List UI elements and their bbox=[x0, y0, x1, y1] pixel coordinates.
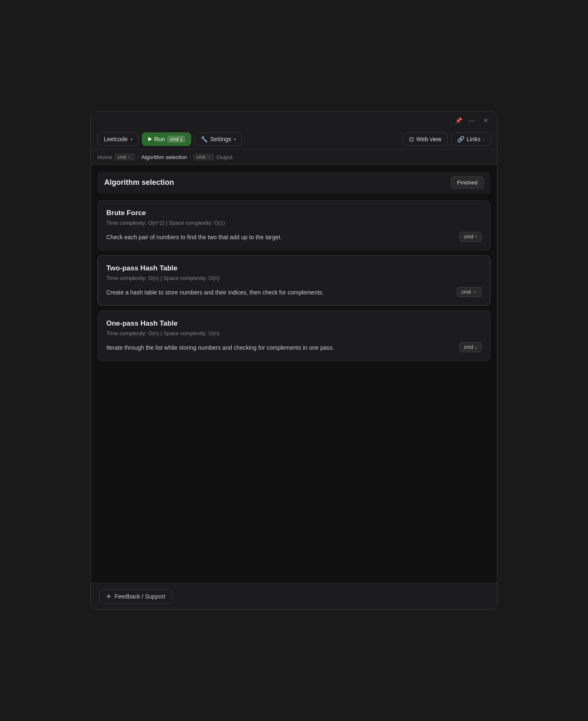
settings-chevron-icon: ▾ bbox=[234, 137, 236, 142]
status-badge: Finished bbox=[451, 177, 484, 189]
app-window: 📌 — ✕ Leetcode ▾ Run cmd 1 🔧 Settings ▾ … bbox=[91, 111, 497, 610]
run-kbd: cmd 1 bbox=[167, 136, 185, 142]
breadcrumb-algorithm-selection[interactable]: Algorithm selection bbox=[142, 154, 187, 160]
breadcrumb-output-kbd: cmd → bbox=[194, 154, 214, 160]
run-button[interactable]: Run cmd 1 bbox=[142, 132, 191, 146]
settings-label: Settings bbox=[210, 136, 231, 142]
minimize-button[interactable]: — bbox=[467, 116, 476, 125]
algorithm-desc-row: Create a hash table to store numbers and… bbox=[106, 287, 482, 297]
footer: ✈ Feedback / Support bbox=[91, 583, 497, 609]
algorithm-description: Iterate through the list while storing n… bbox=[106, 343, 454, 352]
algorithm-card[interactable]: Two-pass Hash Table Time complexity: O(n… bbox=[98, 255, 490, 306]
run-play-icon bbox=[148, 137, 152, 141]
links-chevron-icon: › bbox=[483, 137, 484, 142]
algorithm-card[interactable]: Brute Force Time complexity: O(n^2) | Sp… bbox=[98, 200, 490, 250]
breadcrumb-arrow-1: › bbox=[137, 154, 139, 160]
webview-icon: ⊡ bbox=[409, 136, 414, 142]
algorithm-card[interactable]: One-pass Hash Table Time complexity: O(n… bbox=[98, 311, 490, 361]
feedback-icon: ✈ bbox=[106, 593, 111, 600]
links-button[interactable]: 🔗 Links › bbox=[451, 132, 490, 146]
feedback-support-button[interactable]: ✈ Feedback / Support bbox=[99, 589, 172, 603]
algorithm-name: One-pass Hash Table bbox=[106, 319, 482, 328]
algorithm-cmd-kbd: cmd ↑ bbox=[459, 232, 482, 242]
breadcrumb-arrow-2: › bbox=[189, 154, 191, 160]
algorithm-description: Create a hash table to store numbers and… bbox=[106, 288, 452, 297]
breadcrumb-home[interactable]: Home bbox=[98, 154, 112, 160]
run-label: Run bbox=[154, 136, 165, 142]
leetcode-chevron-icon: ▾ bbox=[130, 137, 132, 142]
settings-wrench-icon: 🔧 bbox=[201, 136, 208, 142]
algorithm-description: Check each pair of numbers to find the t… bbox=[106, 233, 454, 242]
algorithm-complexity: Time complexity: O(n^2) | Space complexi… bbox=[106, 220, 482, 226]
algorithm-name: Two-pass Hash Table bbox=[106, 264, 482, 272]
algorithm-complexity: Time complexity: O(n) | Space complexity… bbox=[106, 275, 482, 281]
breadcrumb-home-kbd: cmd ← bbox=[115, 154, 135, 160]
leetcode-dropdown-button[interactable]: Leetcode ▾ bbox=[98, 132, 139, 146]
title-bar: 📌 — ✕ bbox=[91, 112, 497, 129]
feedback-label: Feedback / Support bbox=[115, 593, 165, 600]
close-button[interactable]: ✕ bbox=[481, 116, 490, 125]
breadcrumb-output[interactable]: Output bbox=[216, 154, 233, 160]
algorithm-cmd-kbd: cmd ↓ bbox=[459, 342, 482, 352]
webview-button[interactable]: ⊡ Web view bbox=[403, 132, 448, 146]
toolbar: Leetcode ▾ Run cmd 1 🔧 Settings ▾ ⊡ Web … bbox=[91, 129, 497, 150]
leetcode-label: Leetcode bbox=[104, 136, 128, 142]
algorithm-cmd-kbd: cmd → bbox=[457, 287, 482, 297]
breadcrumb: Home cmd ← › Algorithm selection › cmd →… bbox=[91, 150, 497, 165]
section-header: Algorithm selection Finished bbox=[98, 172, 490, 194]
links-chain-icon: 🔗 bbox=[457, 136, 464, 142]
algorithm-cards-container: Brute Force Time complexity: O(n^2) | Sp… bbox=[98, 200, 490, 361]
links-label: Links bbox=[467, 136, 480, 142]
algorithm-desc-row: Check each pair of numbers to find the t… bbox=[106, 232, 482, 242]
main-content: Algorithm selection Finished Brute Force… bbox=[91, 165, 497, 583]
algorithm-name: Brute Force bbox=[106, 209, 482, 217]
webview-label: Web view bbox=[416, 136, 441, 142]
section-title: Algorithm selection bbox=[104, 178, 174, 187]
algorithm-desc-row: Iterate through the list while storing n… bbox=[106, 342, 482, 352]
pin-icon: 📌 bbox=[455, 117, 462, 124]
settings-button[interactable]: 🔧 Settings ▾ bbox=[194, 132, 242, 146]
algorithm-complexity: Time complexity: O(n) | Space complexity… bbox=[106, 330, 482, 336]
